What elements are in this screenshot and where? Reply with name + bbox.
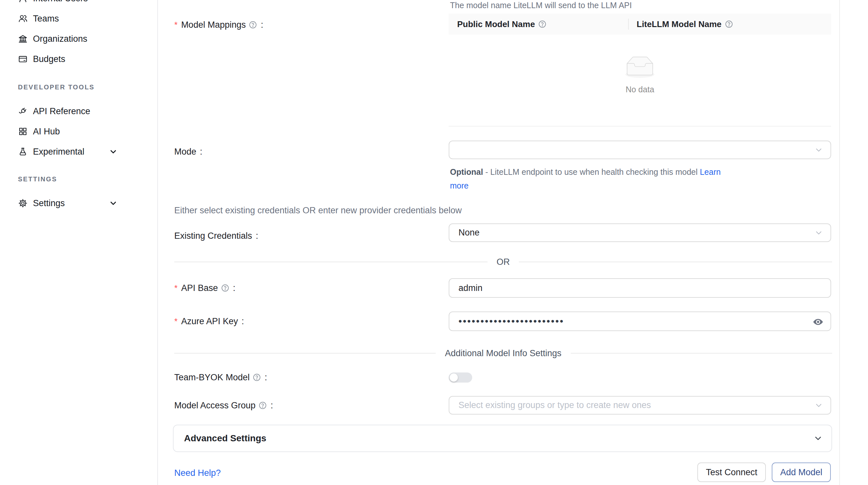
chevron-down-icon[interactable] [108,198,118,208]
label-text: Azure API Key [181,316,238,326]
question-circle-icon[interactable] [253,373,261,382]
advanced-settings-title: Advanced Settings [184,433,266,444]
colon: : [200,147,203,157]
toggle-knob [450,374,458,382]
colon: : [265,373,267,383]
required-mark: * [174,316,178,326]
content-right-divider [839,0,840,485]
divider-line [571,353,832,354]
azure-api-key-label: * Azure API Key : [174,315,244,328]
question-circle-icon[interactable] [221,284,229,292]
divider-line [174,353,436,354]
chevron-down-icon [814,228,823,237]
sidebar-item-organizations[interactable]: Organizations [18,29,88,49]
column-title: Public Model Name [457,19,535,29]
team-byok-toggle[interactable] [449,373,472,383]
grid-icon [18,127,28,136]
inbox-empty-icon [622,56,658,79]
table-header-row: Public Model Name LiteLLM Model Name [449,14,831,35]
masked-password-value: •••••••••••••••••••••••• [459,316,564,327]
colon: : [256,231,258,241]
flask-icon [18,147,28,157]
existing-credentials-select[interactable]: None [449,223,831,242]
sidebar-item-settings[interactable]: Settings [18,193,65,213]
chevron-down-icon [813,433,823,443]
existing-credentials-label: Existing Credentials : [174,229,258,243]
sidebar-item-internal-users[interactable]: Internal Users [18,0,88,8]
divider-line [174,262,488,262]
sidebar-item-label: API Reference [33,106,90,117]
required-mark: * [174,20,178,30]
sidebar-section-settings: SETTINGS [18,174,57,184]
sidebar-item-label: Internal Users [33,0,88,4]
section-title: SETTINGS [18,175,57,183]
colon: : [233,283,236,293]
label-text: Existing Credentials [174,231,252,241]
sidebar: Internal Users Teams Organizations Budge… [0,0,157,485]
api-base-label: * API Base : [174,282,235,294]
sidebar-item-label: Experimental [33,147,85,157]
chevron-down-icon [814,146,823,155]
api-base-input[interactable]: admin [449,278,831,298]
mode-hint-line1: Optional - LiteLLM endpoint to use when … [450,165,721,179]
label-text: Mode [174,147,196,157]
colon: : [261,20,264,30]
add-model-button[interactable]: Add Model [772,462,831,482]
hint-text: - LiteLLM endpoint to use when health ch… [483,167,700,176]
learn-more-link[interactable]: Learn [700,167,721,176]
model-mappings-table: Public Model Name LiteLLM Model Name [449,14,831,127]
advanced-settings-panel[interactable]: Advanced Settings [173,425,832,452]
azure-api-key-input[interactable]: •••••••••••••••••••••••• [449,312,831,331]
label-text: API Base [181,283,218,293]
question-circle-icon[interactable] [258,401,267,410]
empty-state: No data [449,56,831,94]
need-help-link[interactable]: Need Help? [174,468,221,478]
chevron-down-icon[interactable] [108,147,118,157]
model-name-hint: The model name LiteLLM will send to the … [450,1,632,10]
sidebar-item-label: AI Hub [33,127,60,137]
question-circle-icon[interactable] [249,21,257,29]
gear-icon [18,198,28,208]
label-text: Team-BYOK Model [174,373,250,383]
eye-icon[interactable] [812,316,824,328]
additional-info-divider: Additional Model Info Settings [174,348,832,359]
model-mappings-label: * Model Mappings : [174,18,264,31]
column-divider [628,19,629,30]
sidebar-item-label: Organizations [33,34,88,44]
mode-label: Mode : [174,145,202,158]
app-root: Internal Users Teams Organizations Budge… [0,0,868,485]
mode-select[interactable] [449,140,831,159]
test-connect-button[interactable]: Test Connect [698,462,766,482]
required-mark: * [174,283,178,293]
learn-more-link[interactable]: more [450,181,469,190]
empty-text: No data [449,85,831,94]
column-title: LiteLLM Model Name [637,19,721,29]
credentials-note: Either select existing credentials OR en… [174,205,462,216]
chevron-down-icon [814,401,823,410]
sidebar-item-budgets[interactable]: Budgets [18,49,65,69]
input-value: admin [459,283,483,293]
sidebar-item-label: Budgets [33,54,65,64]
model-access-group-select[interactable]: Select existing groups or type to create… [449,396,831,415]
divider-title: Additional Model Info Settings [436,348,570,358]
section-title: DEVELOPER TOOLS [18,84,95,91]
hint-bold: Optional [450,167,483,176]
plug-icon [18,106,28,116]
sidebar-item-experimental[interactable]: Experimental [18,141,85,162]
or-divider: OR [174,256,832,267]
sidebar-item-label: Teams [33,14,59,24]
colon: : [271,400,273,411]
label-text: Model Mappings [181,20,246,30]
colon: : [242,316,244,326]
question-circle-icon[interactable] [538,20,547,28]
sidebar-item-teams[interactable]: Teams [18,8,59,29]
team-byok-label: Team-BYOK Model : [174,371,267,384]
column-header-litellm-model-name: LiteLLM Model Name [628,19,733,29]
sidebar-item-ai-hub[interactable]: AI Hub [18,121,60,141]
mode-hint-line2: more [450,179,721,192]
or-text: OR [488,257,519,267]
mode-hint: Optional - LiteLLM endpoint to use when … [450,165,721,192]
question-circle-icon[interactable] [725,20,733,28]
sidebar-item-api-reference[interactable]: API Reference [18,101,90,121]
model-access-group-label: Model Access Group : [174,399,273,412]
